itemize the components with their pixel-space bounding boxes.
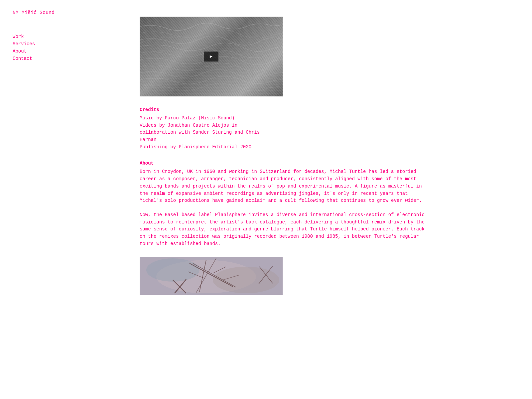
nav-item-work[interactable]: Work bbox=[13, 33, 35, 40]
site-nav: Work Services About Contact bbox=[13, 33, 35, 63]
about-section: About Born in Croydon, UK in 1960 and wo… bbox=[140, 160, 429, 247]
credits-line1: Music by Parco Palaz (Misic-Sound) bbox=[140, 115, 235, 121]
video-container[interactable]: ▶ bbox=[140, 17, 283, 96]
logo-text: NM Mišić Sound bbox=[13, 10, 55, 16]
page-wrapper: NM Mišić Sound Work Services About Conta… bbox=[0, 0, 532, 399]
svg-point-3 bbox=[146, 258, 200, 282]
credits-line3: collaboration with Sander Sturing and Ch… bbox=[140, 130, 260, 135]
about-text1: Born in Croydon, UK in 1960 and working … bbox=[140, 169, 422, 203]
site-header: NM Mišić Sound bbox=[0, 0, 55, 17]
play-icon: ▶ bbox=[210, 53, 212, 60]
play-button[interactable]: ▶ bbox=[204, 52, 218, 62]
main-content: ▶ Credits Music by Parco Palaz (Misic-So… bbox=[140, 0, 429, 295]
second-image bbox=[140, 257, 283, 295]
credits-line4: Harnan bbox=[140, 137, 156, 142]
about-paragraph2: Now, the Basel based label Planisphere i… bbox=[140, 211, 429, 247]
about-text2: Now, the Basel based label Planisphere i… bbox=[140, 212, 425, 246]
about-heading: About bbox=[140, 160, 429, 167]
credits-text: Music by Parco Palaz (Misic-Sound) Video… bbox=[140, 115, 429, 151]
credits-line5: Publishing by Planisphere Editorial 2020 bbox=[140, 144, 251, 150]
credits-section: Credits Music by Parco Palaz (Misic-Soun… bbox=[140, 106, 429, 151]
nav-item-about[interactable]: About bbox=[13, 48, 35, 55]
about-paragraph1: Born in Croydon, UK in 1960 and working … bbox=[140, 168, 429, 204]
credits-heading: Credits bbox=[140, 106, 429, 113]
nav-item-contact[interactable]: Contact bbox=[13, 55, 35, 62]
credits-line2: Videos by Jonathan Castro Alejos in bbox=[140, 123, 237, 128]
second-image-container bbox=[140, 257, 283, 295]
nav-item-services[interactable]: Services bbox=[13, 41, 35, 48]
site-logo: NM Mišić Sound bbox=[13, 9, 55, 17]
